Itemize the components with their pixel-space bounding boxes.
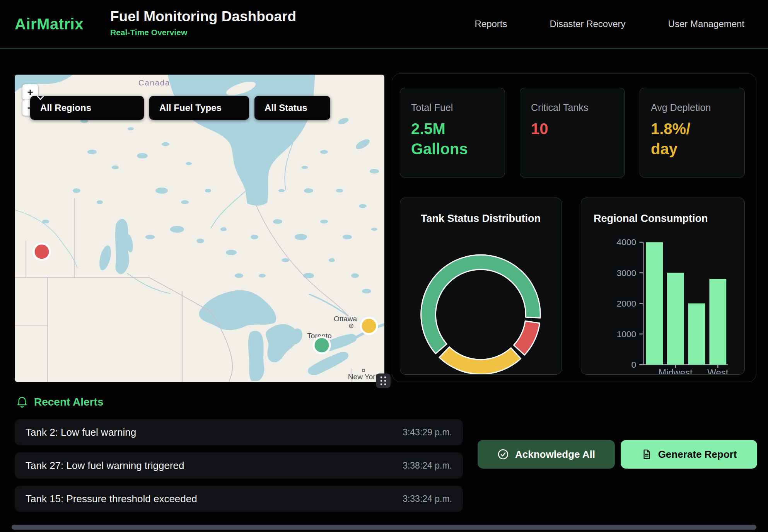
- file-text-icon: [641, 449, 652, 460]
- stat-card-avg-depletion: Avg Depletion 1.8%/day: [640, 88, 745, 177]
- alert-row: Tank 27: Low fuel warning triggered 3:38…: [15, 452, 463, 479]
- app-header: AirMatrix Fuel Monitoring Dashboard Real…: [0, 0, 768, 49]
- brand-logo: AirMatrix: [15, 0, 84, 48]
- stat-value: 10: [531, 119, 614, 139]
- alert-time: 3:33:24 p.m.: [403, 494, 452, 504]
- map-label-newyork: New York: [348, 373, 379, 381]
- svg-text:1000: 1000: [616, 329, 636, 339]
- nav-reports[interactable]: Reports: [474, 19, 507, 29]
- regional-consumption-bar-card: Regional Consumption 01000200030004000Mi…: [581, 198, 745, 375]
- stat-label: Critical Tanks: [531, 102, 614, 113]
- main-nav: Reports Disaster Recovery User Managemen…: [474, 0, 744, 48]
- status-filter-dropdown[interactable]: All Status: [254, 96, 330, 120]
- tank-status-donut-card: Tank Status Distribution: [400, 198, 561, 375]
- chevron-down-icon: [37, 96, 44, 100]
- region-filter-dropdown[interactable]: All Regions: [30, 96, 144, 120]
- stat-value: 1.8%/day: [651, 119, 734, 159]
- region-filter-value: All Regions: [40, 102, 91, 113]
- generate-report-button[interactable]: Generate Report: [621, 440, 757, 469]
- status-filter-value: All Status: [265, 102, 307, 113]
- acknowledge-all-button[interactable]: Acknowledge All: [478, 440, 615, 469]
- fuel-monitoring-dashboard: AirMatrix Fuel Monitoring Dashboard Real…: [0, 0, 768, 532]
- bar-chart-title: Regional Consumption: [594, 213, 708, 225]
- svg-text:4000: 4000: [616, 237, 636, 247]
- alert-time: 3:43:29 p.m.: [403, 427, 452, 438]
- overview-panel: Total Fuel 2.5MGallons Critical Tanks 10…: [392, 73, 756, 382]
- alert-row: Tank 2: Low fuel warning 3:43:29 p.m.: [15, 419, 463, 445]
- svg-text:2000: 2000: [616, 298, 636, 309]
- page-subtitle: Real-Time Overview: [110, 28, 296, 37]
- grip-dots-icon[interactable]: [376, 373, 391, 388]
- stat-label: Avg Depletion: [651, 102, 734, 113]
- check-circle-icon: [497, 448, 509, 460]
- bar-1: [667, 273, 684, 365]
- alert-text: Tank 27: Low fuel warning triggered: [26, 460, 184, 472]
- donut-chart-title: Tank Status Distribution: [400, 213, 561, 225]
- map-label-canada: Canada: [138, 78, 170, 87]
- stat-card-total-fuel: Total Fuel 2.5MGallons: [400, 88, 505, 177]
- alert-text: Tank 15: Pressure threshold exceeded: [26, 493, 197, 505]
- page-title: Fuel Monitoring Dashboard: [110, 9, 296, 25]
- map-canvas: Canada Ottawa Toronto New York: [15, 75, 384, 382]
- bar-0: [646, 242, 663, 364]
- tank-marker-normal[interactable]: [314, 337, 330, 353]
- alert-text: Tank 2: Low fuel warning: [26, 426, 136, 438]
- bell-icon: [16, 396, 28, 408]
- fuel-type-filter-dropdown[interactable]: All Fuel Types: [149, 96, 249, 120]
- donut-segment-critical: [514, 321, 539, 355]
- donut-segment-warning: [439, 347, 521, 374]
- alert-time: 3:38:24 p.m.: [403, 460, 452, 471]
- map-label-ottawa: Ottawa: [334, 315, 357, 323]
- fuel-type-filter-value: All Fuel Types: [159, 102, 222, 113]
- nav-user-management[interactable]: User Management: [668, 19, 744, 29]
- recent-alerts-heading: Recent Alerts: [16, 396, 103, 408]
- svg-text:0: 0: [631, 360, 637, 370]
- charts-row: Tank Status Distribution Regional Consum…: [400, 198, 745, 375]
- tank-marker-warning[interactable]: [361, 318, 377, 334]
- stat-card-critical-tanks: Critical Tanks 10: [520, 88, 625, 177]
- bar-3: [709, 279, 726, 365]
- map-filters: All Regions All Fuel Types All Status: [30, 96, 330, 120]
- recent-alerts-title: Recent Alerts: [34, 396, 103, 408]
- bar-2: [688, 304, 705, 365]
- generate-report-label: Generate Report: [658, 448, 737, 460]
- stat-label: Total Fuel: [411, 102, 494, 113]
- page-title-block: Fuel Monitoring Dashboard Real-Time Over…: [110, 9, 296, 37]
- alert-row: Tank 15: Pressure threshold exceeded 3:3…: [15, 486, 463, 512]
- horizontal-scrollbar[interactable]: [12, 525, 756, 530]
- tank-map[interactable]: Canada Ottawa Toronto New York + − All R…: [15, 75, 384, 382]
- tank-marker-critical[interactable]: [34, 244, 50, 260]
- svg-text:West: West: [707, 367, 728, 374]
- svg-text:3000: 3000: [616, 268, 636, 278]
- stat-value: 2.5MGallons: [411, 119, 494, 159]
- acknowledge-all-label: Acknowledge All: [515, 448, 595, 460]
- svg-text:Midwest: Midwest: [659, 367, 693, 374]
- nav-disaster-recovery[interactable]: Disaster Recovery: [550, 19, 626, 29]
- stats-row: Total Fuel 2.5MGallons Critical Tanks 10…: [400, 88, 745, 177]
